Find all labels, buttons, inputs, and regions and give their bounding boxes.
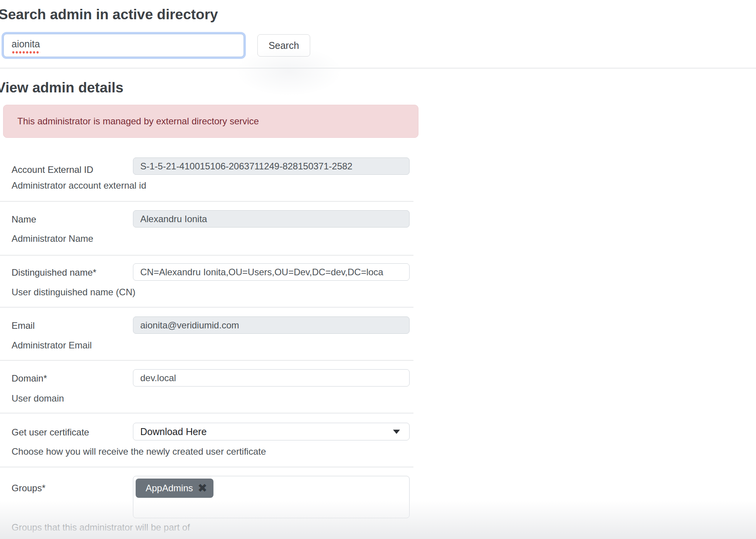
name-helper: Administrator Name: [12, 233, 93, 244]
account-external-id-helper: Administrator account external id: [12, 180, 146, 191]
email-helper: Administrator Email: [12, 340, 92, 351]
group-tag: AppAdmins ✖: [136, 479, 213, 498]
groups-helper: Groups that this administrator will be p…: [12, 522, 190, 533]
row-divider: [0, 413, 413, 413]
row-divider: [0, 307, 413, 308]
group-tag-label: AppAdmins: [146, 483, 193, 494]
row-divider: [0, 255, 413, 256]
external-directory-alert: This administrator is managed by externa…: [3, 105, 418, 138]
row-divider: [0, 360, 413, 361]
remove-group-icon[interactable]: ✖: [198, 482, 207, 494]
groups-input[interactable]: AppAdmins ✖: [133, 476, 410, 518]
search-input-value: aionita: [12, 37, 40, 54]
certificate-select[interactable]: Download Here: [133, 423, 410, 440]
domain-helper: User domain: [12, 393, 64, 404]
account-external-id-label: Account External ID: [12, 164, 93, 175]
search-input[interactable]: aionita: [3, 34, 244, 57]
groups-label: Groups*: [12, 483, 45, 494]
email-input: [133, 316, 410, 334]
domain-input[interactable]: [133, 369, 410, 387]
chevron-down-icon: [393, 430, 400, 434]
certificate-helper: Choose how you will receive the newly cr…: [12, 446, 266, 457]
certificate-label: Get user certificate: [12, 427, 89, 438]
domain-label: Domain*: [12, 373, 47, 384]
search-section-heading: Search admin in active directory: [0, 6, 218, 23]
email-label: Email: [12, 320, 35, 331]
distinguished-name-helper: User distinguished name (CN): [12, 287, 135, 298]
search-button[interactable]: Search: [257, 34, 310, 57]
distinguished-name-label: Distinguished name*: [12, 267, 96, 278]
account-external-id-input: [133, 157, 410, 175]
distinguished-name-input[interactable]: [133, 263, 410, 281]
row-divider: [0, 201, 413, 202]
certificate-select-value: Download Here: [140, 426, 393, 437]
name-input: [133, 210, 410, 228]
name-label: Name: [12, 214, 36, 225]
row-divider: [0, 467, 413, 467]
details-section-heading: View admin details: [0, 79, 123, 96]
top-section-divider: [0, 68, 756, 69]
